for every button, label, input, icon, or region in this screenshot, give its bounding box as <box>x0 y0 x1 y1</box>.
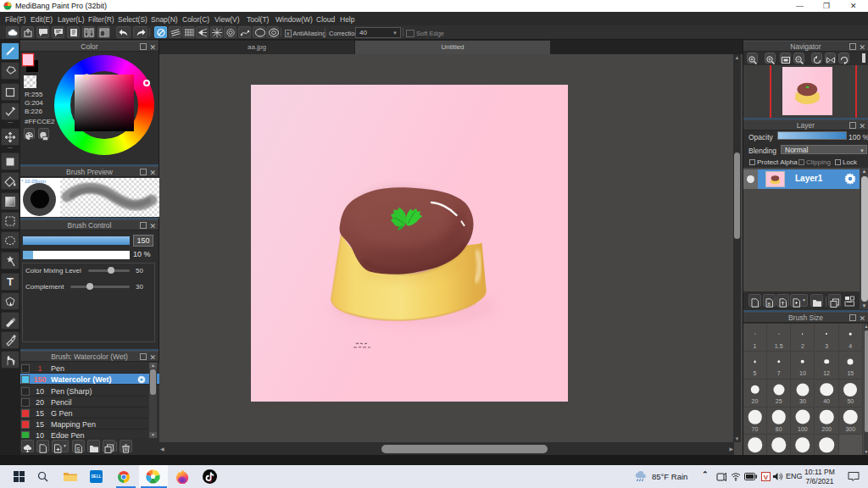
svg-text:S: S <box>76 446 81 452</box>
svg-text:8: 8 <box>767 302 771 307</box>
